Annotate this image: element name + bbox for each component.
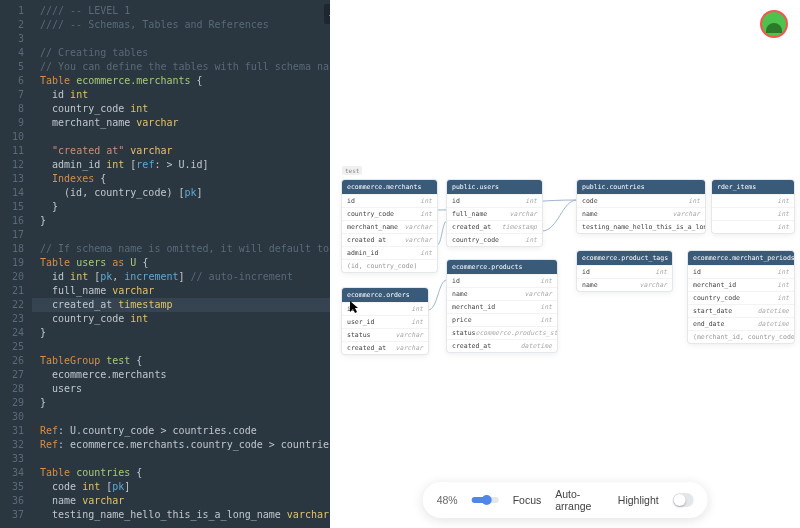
table-column[interactable]: statusvarchar xyxy=(342,328,428,341)
table-column[interactable]: statusecommerce.products_status xyxy=(447,326,557,339)
table-index: (id, country_code) xyxy=(342,259,437,272)
code-line[interactable]: code int [pk] xyxy=(40,480,330,494)
code-line[interactable]: ecommerce.merchants xyxy=(40,368,330,382)
code-line[interactable] xyxy=(40,410,330,424)
table-column[interactable]: idint xyxy=(577,265,672,278)
code-line[interactable]: country_code int xyxy=(40,312,330,326)
table-header[interactable]: rder_items xyxy=(712,180,794,194)
code-line[interactable]: Indexes { xyxy=(40,172,330,186)
table-header[interactable]: ecommerce.products xyxy=(447,260,557,274)
table-users[interactable]: public.usersidintfull_namevarcharcreated… xyxy=(447,180,542,246)
code-line[interactable]: merchant_name varchar xyxy=(40,116,330,130)
table-column[interactable]: country_codeint xyxy=(688,291,794,304)
table-countries[interactable]: public.countriescodeintnamevarchartestin… xyxy=(577,180,705,233)
highlight-toggle[interactable] xyxy=(673,493,694,507)
table-column[interactable]: namevarchar xyxy=(577,207,705,220)
code-line[interactable] xyxy=(40,452,330,466)
auto-arrange-button[interactable]: Auto-arrange xyxy=(555,488,604,512)
code-line[interactable]: testing_name_hello_this_is_a_long_name v… xyxy=(40,508,330,522)
code-line[interactable]: created_at timestamp xyxy=(32,298,330,312)
code-line[interactable] xyxy=(40,130,330,144)
table-column[interactable]: merchant_namevarchar xyxy=(342,220,437,233)
code-line[interactable]: // If schema name is omitted, it will de… xyxy=(40,242,330,256)
table-column[interactable]: priceint xyxy=(447,313,557,326)
cursor-icon xyxy=(349,300,359,314)
focus-button[interactable]: Focus xyxy=(513,494,542,506)
code-line[interactable]: (id, country_code) [pk] xyxy=(40,186,330,200)
table-header[interactable]: ecommerce.merchants xyxy=(342,180,437,194)
code-line[interactable] xyxy=(40,340,330,354)
code-line[interactable]: Table ecommerce.merchants { xyxy=(40,74,330,88)
table-order_items[interactable]: rder_itemsintintint xyxy=(712,180,794,233)
code-area[interactable]: //// -- LEVEL 1//// -- Schemas, Tables a… xyxy=(32,0,330,528)
code-line[interactable]: } xyxy=(40,326,330,340)
table-header[interactable]: public.users xyxy=(447,180,542,194)
table-column[interactable]: namevarchar xyxy=(577,278,672,291)
code-line[interactable]: } xyxy=(40,200,330,214)
code-line[interactable]: id int xyxy=(40,88,330,102)
table-column[interactable]: user_idint xyxy=(342,315,428,328)
table-column[interactable]: created_atdatetime xyxy=(447,339,557,352)
avatar[interactable] xyxy=(760,10,788,38)
highlight-label: Highlight xyxy=(618,494,659,506)
diagram-canvas[interactable]: test ecommerce.merchantsidintcountry_cod… xyxy=(330,0,800,528)
code-line[interactable]: //// -- Schemas, Tables and References xyxy=(40,18,330,32)
table-column[interactable]: country_codeint xyxy=(342,207,437,220)
group-tag: test xyxy=(342,166,362,175)
table-column[interactable]: merchant_idint xyxy=(688,278,794,291)
table-merchants[interactable]: ecommerce.merchantsidintcountry_codeintm… xyxy=(342,180,437,272)
code-line[interactable] xyxy=(40,228,330,242)
table-column[interactable]: created atvarchar xyxy=(342,233,437,246)
table-column[interactable]: idint xyxy=(688,265,794,278)
table-column[interactable]: int xyxy=(712,194,794,207)
table-column[interactable]: end_datedatetime xyxy=(688,317,794,330)
code-line[interactable]: name varchar xyxy=(40,494,330,508)
table-column[interactable]: namevarchar xyxy=(447,287,557,300)
code-line[interactable]: id int [pk, increment] // auto-increment xyxy=(40,270,330,284)
code-line[interactable]: Table countries { xyxy=(40,466,330,480)
table-column[interactable]: country_codeint xyxy=(447,233,542,246)
table-column[interactable]: merchant_idint xyxy=(447,300,557,313)
code-line[interactable]: Table users as U { xyxy=(40,256,330,270)
table-product_tags[interactable]: ecommerce.product_tagsidintnamevarchar xyxy=(577,251,672,291)
code-line[interactable]: full_name varchar xyxy=(40,284,330,298)
table-column[interactable]: start_datedatetime xyxy=(688,304,794,317)
zoom-level: 48% xyxy=(437,494,458,506)
code-line[interactable]: country_code int xyxy=(40,102,330,116)
table-products[interactable]: ecommerce.productsidintnamevarcharmercha… xyxy=(447,260,557,352)
line-gutter: 1234567891011121314151617181920212223242… xyxy=(0,0,32,528)
code-line[interactable]: // Creating tables xyxy=(40,46,330,60)
code-line[interactable]: "created at" varchar xyxy=(40,144,330,158)
code-editor[interactable]: 1234567891011121314151617181920212223242… xyxy=(0,0,330,528)
code-line[interactable]: } xyxy=(40,396,330,410)
table-index: (merchant_id, country_code) xyxy=(688,330,794,343)
table-merchant_periods[interactable]: ecommerce.merchant_periodsidintmerchant_… xyxy=(688,251,794,343)
zoom-slider[interactable] xyxy=(472,497,499,503)
code-line[interactable]: users xyxy=(40,382,330,396)
table-column[interactable]: codeint xyxy=(577,194,705,207)
table-column[interactable]: int xyxy=(712,207,794,220)
table-column[interactable]: admin_idint xyxy=(342,246,437,259)
table-column[interactable]: idint xyxy=(342,194,437,207)
code-line[interactable]: } xyxy=(40,214,330,228)
code-line[interactable]: Ref: ecommerce.merchants.country_code > … xyxy=(40,438,330,452)
table-header[interactable]: ecommerce.merchant_periods xyxy=(688,251,794,265)
code-line[interactable]: //// -- LEVEL 1 xyxy=(40,4,330,18)
table-column[interactable]: int xyxy=(712,220,794,233)
code-line[interactable] xyxy=(40,32,330,46)
code-line[interactable]: // You can define the tables with full s… xyxy=(40,60,330,74)
code-line[interactable]: admin_id int [ref: > U.id] xyxy=(40,158,330,172)
table-header[interactable]: ecommerce.product_tags xyxy=(577,251,672,265)
table-column[interactable]: full_namevarchar xyxy=(447,207,542,220)
code-line[interactable]: TableGroup test { xyxy=(40,354,330,368)
table-column[interactable]: created_atvarchar xyxy=(342,341,428,354)
canvas-toolbar: 48% Focus Auto-arrange Highlight xyxy=(423,482,708,518)
table-orders[interactable]: ecommerce.ordersidintuser_idintstatusvar… xyxy=(342,288,428,354)
table-column[interactable]: idint xyxy=(447,194,542,207)
table-column[interactable]: idint xyxy=(447,274,557,287)
table-header[interactable]: public.countries xyxy=(577,180,705,194)
table-column[interactable]: created_attimestamp xyxy=(447,220,542,233)
table-column[interactable]: testing_name_hello_this_is_a_long_nameva… xyxy=(577,220,705,233)
code-line[interactable]: Ref: U.country_code > countries.code xyxy=(40,424,330,438)
